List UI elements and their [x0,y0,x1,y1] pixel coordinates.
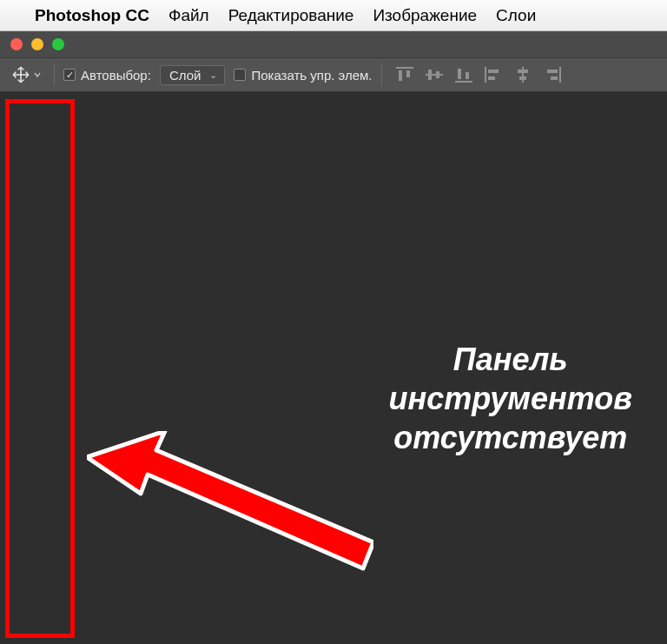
separator [381,63,382,86]
missing-tools-panel-highlight [5,99,75,638]
chevron-down-icon: ⌄ [209,70,217,81]
svg-rect-19 [551,76,558,80]
menu-layers[interactable]: Слои [496,6,536,25]
macos-menubar: Photoshop CC Файл Редактирование Изображ… [0,0,667,31]
move-tool-icon [12,66,30,83]
align-left-icon[interactable] [485,67,502,83]
align-buttons-group [396,67,561,83]
svg-rect-3 [399,70,402,81]
checkbox-unchecked-icon [234,69,246,81]
menu-file[interactable]: Файл [168,6,209,25]
align-vcenter-icon[interactable] [426,67,443,83]
svg-marker-20 [87,431,373,568]
window-minimize-button[interactable] [31,38,43,50]
svg-rect-6 [428,70,432,80]
svg-rect-18 [547,70,558,73]
svg-rect-12 [488,70,499,73]
app-window: Автовыбор: Слой ⌄ Показать упр. элем. [0,31,667,644]
separator [54,63,55,86]
svg-rect-14 [522,67,524,83]
svg-rect-13 [488,76,495,80]
show-transform-label: Показать упр. элем. [251,68,372,83]
chevron-down-icon [33,70,42,79]
dropdown-value: Слой [169,68,201,83]
window-titlebar [0,31,667,57]
options-bar: Автовыбор: Слой ⌄ Показать упр. элем. [0,57,667,92]
auto-select-label: Автовыбор: [81,68,151,83]
window-maximize-button[interactable] [52,38,64,50]
auto-select-checkbox[interactable]: Автовыбор: [63,68,151,83]
svg-rect-10 [466,72,469,79]
app-name[interactable]: Photoshop CC [35,6,149,25]
svg-rect-15 [518,70,528,73]
show-transform-checkbox[interactable]: Показать упр. элем. [234,68,372,83]
menu-edit[interactable]: Редактирование [228,6,354,25]
svg-rect-7 [436,71,439,78]
svg-rect-9 [458,69,461,79]
svg-rect-4 [406,70,410,77]
svg-rect-16 [519,76,526,80]
annotation-arrow-icon [87,431,373,579]
checkbox-checked-icon [63,69,76,81]
svg-rect-8 [455,81,472,83]
svg-rect-11 [485,67,486,83]
align-right-icon[interactable] [544,67,561,83]
move-tool-indicator[interactable] [9,64,45,85]
align-bottom-icon[interactable] [455,67,472,83]
annotation-text: Панель инструментов отсутствует [388,340,632,457]
svg-rect-2 [396,67,413,69]
align-top-icon[interactable] [396,67,413,83]
align-hcenter-icon[interactable] [514,67,532,83]
window-close-button[interactable] [10,38,23,50]
menu-image[interactable]: Изображение [373,6,477,25]
svg-rect-17 [559,67,561,83]
auto-select-target-dropdown[interactable]: Слой ⌄ [160,65,225,85]
canvas-area: Панель инструментов отсутствует [0,92,667,644]
